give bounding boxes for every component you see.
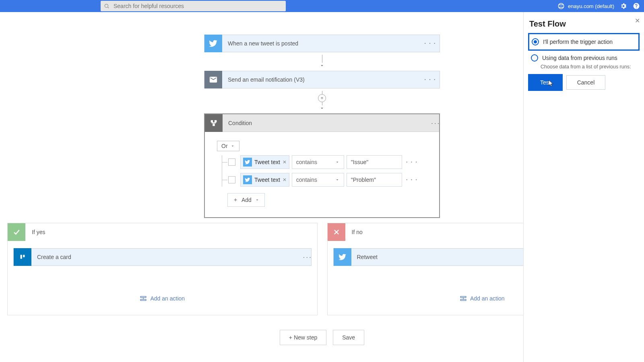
chevron-down-icon bbox=[335, 177, 340, 182]
plus-icon: ＋ bbox=[233, 196, 238, 204]
settings-icon[interactable] bbox=[620, 2, 627, 10]
svg-rect-5 bbox=[141, 296, 147, 298]
insert-step-button[interactable]: + bbox=[318, 94, 326, 102]
value-input[interactable]: "Problem" bbox=[347, 173, 402, 187]
radio-option-previous[interactable]: Using data from previous runs bbox=[529, 52, 638, 64]
card-more-icon[interactable]: · · · bbox=[421, 76, 440, 83]
remove-token-icon[interactable]: ✕ bbox=[283, 159, 287, 165]
svg-rect-11 bbox=[460, 299, 466, 300]
radio-icon bbox=[532, 38, 539, 45]
value-text: "Issue" bbox=[351, 159, 368, 165]
svg-line-1 bbox=[108, 7, 109, 8]
environment-picker[interactable]: enayu.com (default) bbox=[557, 2, 614, 10]
trello-icon bbox=[14, 248, 31, 266]
svg-rect-6 bbox=[141, 299, 147, 300]
condition-title: Condition bbox=[223, 120, 252, 126]
flow-arrow bbox=[204, 55, 440, 68]
if-no-label: If no bbox=[345, 229, 363, 235]
svg-rect-10 bbox=[460, 296, 466, 298]
test-button[interactable]: Test bbox=[529, 75, 561, 90]
add-action-label: Add an action bbox=[150, 295, 185, 302]
search-box[interactable] bbox=[101, 1, 286, 11]
value-text: "Problem" bbox=[351, 177, 376, 183]
twitter-icon bbox=[334, 248, 351, 266]
card-more-icon[interactable]: · · · bbox=[421, 40, 440, 47]
row-checkbox[interactable] bbox=[228, 176, 235, 183]
twitter-icon bbox=[243, 175, 252, 184]
new-step-button[interactable]: + New step bbox=[280, 330, 326, 345]
flow-arrow-with-plus: + bbox=[204, 91, 440, 111]
radio-icon bbox=[531, 54, 538, 62]
chevron-down-icon bbox=[255, 197, 260, 202]
action-title: Send an email notification (V3) bbox=[222, 76, 421, 83]
test-flow-panel: ✕ Test Flow I'll perform the trigger act… bbox=[523, 12, 644, 362]
condition-card[interactable]: Condition · · · Or Tweet text ✕ bbox=[204, 113, 440, 218]
save-button[interactable]: Save bbox=[333, 330, 364, 345]
radio-label: Using data from previous runs bbox=[542, 55, 617, 61]
row-more-icon[interactable]: · · · bbox=[406, 159, 418, 165]
row-more-icon[interactable]: · · · bbox=[406, 177, 418, 183]
panel-title: Test Flow bbox=[529, 19, 638, 29]
cancel-button[interactable]: Cancel bbox=[566, 75, 606, 90]
trigger-card[interactable]: When a new tweet is posted · · · bbox=[204, 35, 440, 52]
add-label: Add bbox=[242, 197, 252, 203]
radio-hint: Choose data from a list of previous runs… bbox=[541, 64, 638, 70]
test-button-label: Test bbox=[540, 79, 551, 86]
radio-option-manual[interactable]: I'll perform the trigger action bbox=[530, 36, 638, 48]
card-more-icon[interactable]: · · · bbox=[303, 254, 311, 260]
top-bar: enayu.com (default) bbox=[0, 0, 644, 12]
yes-action-card[interactable]: Create a card · · · bbox=[13, 248, 312, 266]
row-checkbox[interactable] bbox=[228, 158, 235, 166]
operator-label: contains bbox=[296, 159, 317, 165]
token-label: Tweet text bbox=[254, 177, 280, 183]
add-action-icon bbox=[140, 295, 147, 302]
chevron-down-icon bbox=[335, 160, 340, 165]
card-more-icon[interactable]: · · · bbox=[431, 120, 439, 126]
operator-label: contains bbox=[296, 177, 317, 183]
value-input[interactable]: "Issue" bbox=[347, 155, 402, 169]
condition-icon bbox=[205, 114, 223, 132]
group-operator-dropdown[interactable]: Or bbox=[217, 141, 239, 151]
chevron-down-icon bbox=[230, 144, 235, 148]
dynamic-token[interactable]: Tweet text ✕ bbox=[240, 155, 289, 169]
add-action-icon bbox=[460, 295, 467, 302]
add-action-label: Add an action bbox=[470, 295, 505, 302]
check-icon bbox=[8, 223, 25, 241]
condition-row: Tweet text ✕ contains "Issue" · · · bbox=[217, 155, 427, 169]
mail-icon bbox=[204, 71, 222, 88]
environment-icon bbox=[557, 2, 565, 10]
add-condition-button[interactable]: ＋ Add bbox=[227, 193, 265, 207]
condition-row: Tweet text ✕ contains "Problem" · · · bbox=[217, 173, 427, 187]
dynamic-token[interactable]: Tweet text ✕ bbox=[240, 173, 289, 187]
add-action-button[interactable]: Add an action bbox=[13, 295, 312, 302]
if-yes-branch: If yes Create a card · · · Add an action bbox=[7, 223, 318, 315]
yes-action-title: Create a card bbox=[31, 254, 303, 260]
svg-rect-3 bbox=[21, 255, 22, 259]
svg-rect-4 bbox=[23, 255, 25, 257]
group-operator-label: Or bbox=[221, 143, 228, 149]
svg-point-0 bbox=[105, 4, 108, 7]
search-icon bbox=[104, 3, 109, 9]
trigger-title: When a new tweet is posted bbox=[222, 40, 421, 47]
operator-dropdown[interactable]: contains bbox=[292, 173, 344, 187]
radio-label: I'll perform the trigger action bbox=[543, 39, 613, 45]
remove-token-icon[interactable]: ✕ bbox=[283, 177, 287, 183]
twitter-icon bbox=[243, 158, 252, 167]
token-label: Tweet text bbox=[254, 159, 280, 165]
twitter-icon bbox=[204, 35, 222, 52]
environment-label: enayu.com (default) bbox=[568, 3, 614, 9]
operator-dropdown[interactable]: contains bbox=[292, 155, 344, 169]
action-card-email[interactable]: Send an email notification (V3) · · · bbox=[204, 71, 440, 88]
cross-icon bbox=[328, 223, 345, 241]
help-icon[interactable] bbox=[633, 2, 640, 10]
search-input[interactable] bbox=[113, 2, 283, 10]
close-icon[interactable]: ✕ bbox=[635, 17, 640, 25]
if-yes-label: If yes bbox=[25, 229, 45, 235]
